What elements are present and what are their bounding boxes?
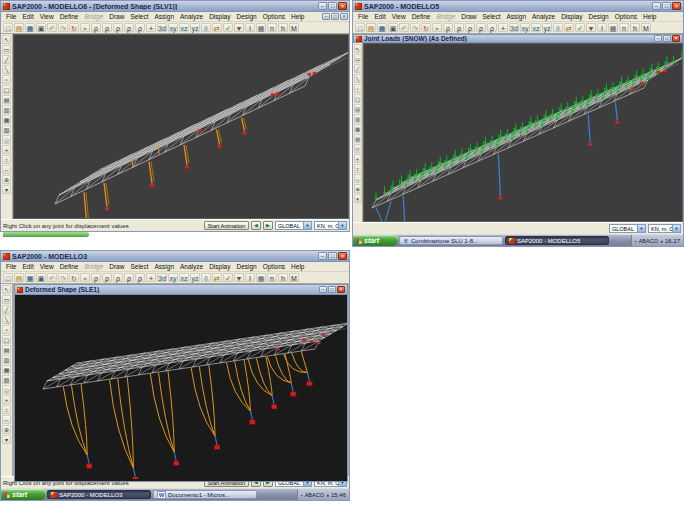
snap-perpendicular-icon[interactable]: ↕ [354,164,362,173]
tray-volume-icon[interactable]: ● [326,492,329,498]
close-button[interactable]: × [338,252,347,260]
menu-item[interactable]: Define [57,263,82,270]
window-b-titlebar[interactable]: SAP2000 - MODELLO5 – □ × [353,1,683,12]
draw-joint-icon[interactable]: ▫ [2,325,11,334]
previous-zoom-icon[interactable]: ρ [113,23,123,32]
redo-icon[interactable]: ↷ [410,23,420,32]
snap-intersections-icon[interactable]: ⊕ [2,425,11,434]
view-xz-icon[interactable]: xz [179,273,189,282]
snap-lines-icon[interactable]: ↔ [354,174,362,183]
menu-item[interactable]: Draw [106,13,127,20]
view-yz-icon[interactable]: yz [190,273,200,282]
set-display-options-icon[interactable]: ✓ [223,273,233,282]
reshape-element-icon[interactable]: ▭ [354,54,362,63]
zoom-out-icon[interactable]: ρ [487,23,497,32]
menu-item[interactable]: Design [585,13,611,20]
zoom-in-icon[interactable]: ρ [476,23,486,32]
taskbar-button[interactable]: SAP2000 - MODELLO3 [47,490,151,499]
refresh-window-icon[interactable]: ↻ [421,23,431,32]
draw-rect-area-icon[interactable]: ▦ [354,124,362,133]
undo-icon[interactable]: ↶ [47,23,57,32]
previous-zoom-icon[interactable]: ρ [465,23,475,32]
menu-item[interactable]: Select [127,263,151,270]
units-select[interactable]: KN, m, C▾ [314,221,347,230]
close-button[interactable]: × [338,2,347,10]
view-yz-icon[interactable]: yz [190,23,200,32]
maximize-button[interactable]: □ [328,2,337,10]
view-xy-icon[interactable]: xy [168,23,178,32]
units-select[interactable]: KN, m, C▾ [648,224,681,233]
show-undeformed-icon[interactable]: ▦ [256,23,266,32]
tray-network-icon[interactable]: ▪ [301,492,303,498]
menu-item[interactable]: Select [127,13,151,20]
snap-joints-icon[interactable]: ◇ [2,385,11,394]
window-a-titlebar[interactable]: SAP2000 - MODELLO6 - [Deformed Shape (SL… [1,1,349,12]
draw-brace-icon[interactable]: ╲ [2,65,11,74]
assign-menu-icon[interactable]: ▼ [234,23,244,32]
menu-item[interactable]: Assign [152,263,178,270]
lock-model-icon[interactable]: ▪ [80,23,90,32]
menu-item[interactable]: Edit [19,13,36,20]
snap-h-icon[interactable]: h [278,23,288,32]
restore-full-view-icon[interactable]: ρ [454,23,464,32]
child-minimize-button[interactable]: – [319,286,327,293]
start-button[interactable]: start [353,235,398,246]
pan-icon[interactable]: + [146,273,156,282]
zoom-out-icon[interactable]: ρ [135,23,145,32]
draw-area-icon[interactable]: ▤ [2,95,11,104]
quick-draw-area-icon[interactable]: ▥ [2,355,11,364]
lock-model-icon[interactable]: ▪ [432,23,442,32]
menu-item[interactable]: View [37,13,57,20]
set-display-options-icon[interactable]: ✓ [223,23,233,32]
lock-model-icon[interactable]: ▪ [80,273,90,282]
draw-area-icon[interactable]: ▤ [2,345,11,354]
taskbar-button[interactable]: SAP2000 - MODELLO5 [505,236,609,245]
menu-item[interactable]: Display [206,13,233,20]
new-model-icon[interactable]: □ [3,23,13,32]
snap-h-icon[interactable]: h [278,273,288,282]
draw-frame-icon[interactable]: ╱ [2,305,11,314]
menu-item[interactable]: File [3,263,19,270]
view-xz-icon[interactable]: xz [179,23,189,32]
frame-section-icon[interactable]: I [597,23,607,32]
snap-lines-icon[interactable]: ↔ [2,415,11,424]
menu-item[interactable]: Edit [19,263,36,270]
new-model-icon[interactable]: □ [3,273,13,282]
menu-item[interactable]: Draw [106,263,127,270]
draw-frame-icon[interactable]: ╱ [354,64,362,73]
restore-full-view-icon[interactable]: ρ [102,23,112,32]
maximize-button[interactable]: □ [328,252,337,260]
view-xy-icon[interactable]: xy [520,23,530,32]
pan-icon[interactable]: + [498,23,508,32]
snap-lines-icon[interactable]: ↔ [2,165,11,174]
menu-item[interactable]: Help [640,13,659,20]
draw-poly-area-icon[interactable]: ▧ [2,375,11,384]
save-icon[interactable]: ▦ [377,23,387,32]
show-moment-icon[interactable]: M [641,23,651,32]
menu-item[interactable]: Define [57,13,82,20]
perspective-toggle-icon[interactable]: ◊ [553,23,563,32]
assign-menu-icon[interactable]: ▼ [234,273,244,282]
snap-perpendicular-icon[interactable]: ↕ [2,155,11,164]
child-close-button[interactable]: × [337,286,345,293]
menu-item[interactable]: Design [233,13,259,20]
draw-brace-icon[interactable]: ╲ [2,315,11,324]
snap-midpoints-icon[interactable]: + [354,154,362,163]
refresh-window-icon[interactable]: ↻ [69,23,79,32]
show-undeformed-icon[interactable]: ▦ [608,23,618,32]
print-icon[interactable]: ▣ [36,273,46,282]
more-tools-icon[interactable]: ▾ [354,194,362,203]
zoom-in-icon[interactable]: ρ [124,23,134,32]
rubber-band-zoom-icon[interactable]: ρ [443,23,453,32]
show-moment-icon[interactable]: M [289,273,299,282]
snap-midpoints-icon[interactable]: + [2,395,11,404]
assign-menu-icon[interactable]: ▼ [586,23,596,32]
view-3d-icon[interactable]: 3d [157,23,167,32]
rubber-band-zoom-icon[interactable]: ρ [91,23,101,32]
menu-item[interactable]: Define [409,13,434,20]
refresh-window-icon[interactable]: ↻ [69,273,79,282]
window-c-titlebar[interactable]: SAP2000 - MODELLO3 – □ × [1,251,349,262]
menu-item[interactable]: Draw [458,13,479,20]
select-pointer-icon[interactable]: ↖ [2,35,11,44]
menu-item[interactable]: Assign [152,13,178,20]
